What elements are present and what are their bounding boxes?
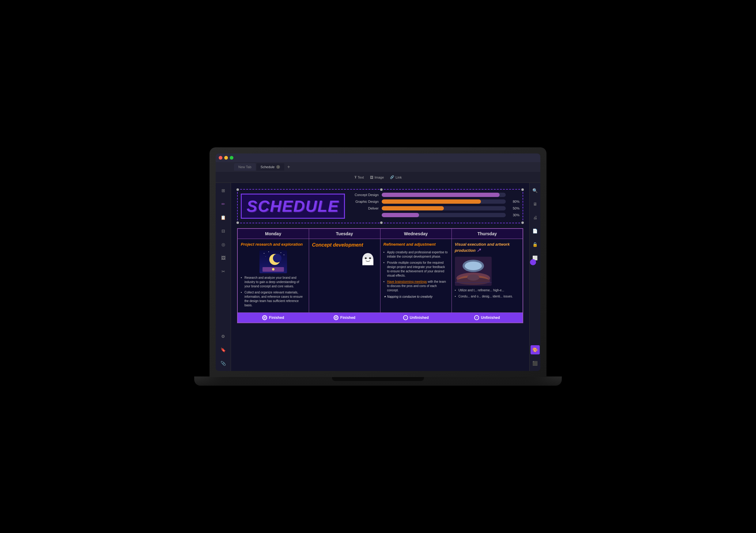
svg-point-19 <box>467 275 479 280</box>
toolbar-text-btn[interactable]: 𝐓 Text <box>354 175 364 179</box>
day-cell-tuesday: Concept development <box>309 239 380 313</box>
maximize-dot[interactable] <box>230 156 233 160</box>
progress-bar-bg-1 <box>382 193 506 197</box>
day-cell-thursday: Visual execution and artwork production … <box>451 239 523 313</box>
monday-status-label: Finished <box>269 315 284 320</box>
thursday-status-label: Unfinished <box>481 315 500 320</box>
thursday-status-badge: ○ Unfinished <box>454 315 520 320</box>
right-sidebar-doc[interactable]: 📄 <box>530 227 540 236</box>
app-layout: ⊞ ✏ 📋 ⊟ ◎ 🖼 ✂ ⚙ 🔖 📎 <box>216 183 540 371</box>
right-sidebar-lock[interactable]: 🔒 <box>530 240 540 249</box>
monday-bullet-2: Collect and organize relevant materials,… <box>241 290 306 307</box>
tuesday-task-title: Concept development <box>312 242 377 249</box>
laptop-body: New Tab Schedule × + 𝐓 <box>209 147 547 377</box>
tab-schedule[interactable]: Schedule × <box>256 163 284 171</box>
wednesday-bullet-1: Apply creativity and professional expert… <box>384 250 448 259</box>
toolbar-image-btn[interactable]: 🖼 Image <box>370 175 384 179</box>
wednesday-bullets: Apply creativity and professional expert… <box>384 250 448 293</box>
progress-label-2: Graphic Design <box>351 200 379 203</box>
thursday-bullet-2: Condu... and o... desig... identi... iss… <box>455 294 520 299</box>
right-sidebar-display2[interactable]: ⬛ <box>530 359 540 368</box>
handle-bl[interactable] <box>236 222 239 224</box>
tab-close-button[interactable]: × <box>276 165 280 169</box>
tab-schedule-label: Schedule <box>261 165 275 169</box>
thursday-status-check: ○ <box>474 315 479 320</box>
thursday-image <box>455 257 492 286</box>
minimize-dot[interactable] <box>224 156 228 160</box>
progress-row-2: Graphic Design 80% <box>351 200 520 204</box>
handle-bm[interactable] <box>380 222 383 224</box>
progress-bar-bg-3 <box>382 206 506 210</box>
svg-rect-20 <box>455 282 492 283</box>
svg-point-3 <box>284 254 284 255</box>
wednesday-bullet-3: Have brainstorming meetings with the tea… <box>384 280 448 293</box>
progress-label-1: Concept Design <box>351 193 379 197</box>
wednesday-status-badge: ○ Unfinished <box>383 315 449 320</box>
moon-svg <box>259 250 287 273</box>
svg-point-4 <box>265 256 266 256</box>
svg-point-1 <box>268 252 269 252</box>
handle-tm[interactable] <box>380 188 383 191</box>
sidebar-icon-crop[interactable]: ✂ <box>219 267 228 276</box>
monday-status-badge: ✓ Finished <box>240 315 306 320</box>
right-sidebar-print[interactable]: 🖨 <box>530 213 540 222</box>
tab-newtab[interactable]: New Tab <box>234 163 256 171</box>
laptop-container: New Tab Schedule × + 𝐓 <box>164 129 592 404</box>
wednesday-status-label: Unfinished <box>410 315 429 320</box>
progress-row-3: Deliver 50% <box>351 206 520 210</box>
sidebar-icon-circle[interactable]: ◎ <box>219 240 228 249</box>
progress-pct-4: 30% <box>509 213 520 217</box>
screen-bezel: New Tab Schedule × + 𝐓 <box>216 153 540 371</box>
schedule-title: SCHEDULE <box>241 194 345 219</box>
laptop-base <box>194 377 562 386</box>
monday-status-check: ✓ <box>262 315 267 320</box>
status-cell-wednesday: ○ Unfinished <box>380 312 451 323</box>
day-cell-monday: Project research and exploration <box>237 239 309 313</box>
progress-bar-fill-4 <box>382 213 419 217</box>
ghost-illustration <box>312 252 377 272</box>
status-cell-thursday: ○ Unfinished <box>451 312 523 323</box>
thursday-task-title: Visual execution and artwork production … <box>455 242 520 253</box>
tuesday-status-check: ✓ <box>334 315 338 320</box>
sidebar-icon-edit[interactable]: ✏ <box>219 200 228 209</box>
progress-bar-bg-2 <box>382 200 506 204</box>
monday-task-title: Project research and exploration <box>241 242 306 247</box>
right-sidebar: 🔍 🖥 🖨 📄 🔒 ⬜ 🎨 ⬛ <box>529 183 540 371</box>
right-sidebar-search[interactable]: 🔍 <box>530 186 540 195</box>
svg-point-11 <box>365 257 367 259</box>
tuesday-status-label: Finished <box>340 315 355 320</box>
day-header-wednesday: Wednesday <box>380 228 451 239</box>
desert-svg <box>455 257 492 286</box>
progress-pct-2: 80% <box>509 200 520 203</box>
sidebar-icon-bookmark[interactable]: 🔖 <box>219 345 228 355</box>
progress-row-4: 30% <box>351 213 520 217</box>
left-sidebar: ⊞ ✏ 📋 ⊟ ◎ 🖼 ✂ ⚙ 🔖 📎 <box>216 183 231 371</box>
text-icon: 𝐓 <box>354 175 357 179</box>
right-sidebar-display[interactable]: 🖥 <box>530 200 540 209</box>
sidebar-icon-settings[interactable]: ⚙ <box>219 332 228 341</box>
close-dot[interactable] <box>219 156 222 160</box>
sidebar-icon-attach[interactable]: 📎 <box>219 359 228 368</box>
main-content: SCHEDULE Concept Design <box>231 183 529 371</box>
monday-bullets: Research and analyze your brand and indu… <box>241 276 306 307</box>
sidebar-icon-layers[interactable]: 📋 <box>219 213 228 222</box>
sidebar-icon-photo[interactable]: 🖼 <box>219 253 228 262</box>
handle-tl[interactable] <box>236 188 239 191</box>
toolbar-link-btn[interactable]: 🔗 Link <box>390 175 402 179</box>
sidebar-icon-grid[interactable]: ⊟ <box>219 227 228 236</box>
svg-point-6 <box>273 254 282 262</box>
wednesday-bullet-2: Provide multiple concepts for the requir… <box>384 261 448 278</box>
tab-bar: New Tab Schedule × + <box>216 162 540 172</box>
ghost-svg <box>359 252 377 270</box>
wednesday-note: ✦ Napping is conducive to creativity <box>384 295 448 298</box>
sidebar-icon-home[interactable]: ⊞ <box>219 186 228 195</box>
day-header-thursday: Thursday <box>451 228 523 239</box>
new-tab-button[interactable]: + <box>285 163 292 171</box>
svg-point-8 <box>272 268 275 271</box>
progress-pct-3: 50% <box>509 206 520 210</box>
user-avatar <box>530 259 536 265</box>
handle-tr[interactable] <box>521 188 524 191</box>
handle-br[interactable] <box>521 222 524 224</box>
right-sidebar-color[interactable]: 🎨 <box>530 345 540 355</box>
svg-point-15 <box>465 262 482 270</box>
